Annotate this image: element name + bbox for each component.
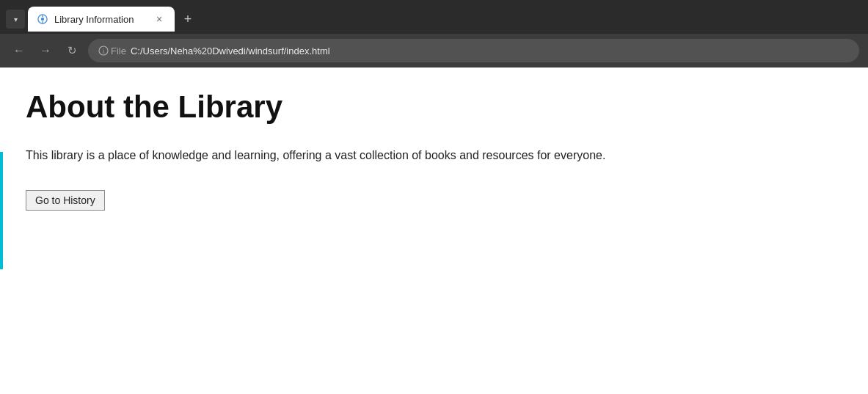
go-to-history-button[interactable]: Go to History xyxy=(26,190,105,211)
forward-button[interactable]: → xyxy=(35,40,56,61)
forward-icon: → xyxy=(40,44,51,57)
left-accent-bar xyxy=(0,152,3,269)
reload-icon: ↻ xyxy=(68,44,77,57)
tab-title: Library Information xyxy=(54,14,147,25)
back-button[interactable]: ← xyxy=(9,40,29,61)
page-description: This library is a place of knowledge and… xyxy=(26,147,842,164)
page-heading: About the Library xyxy=(26,90,842,125)
tab-dropdown-button[interactable]: ▾ xyxy=(6,10,25,29)
back-icon: ← xyxy=(13,44,25,57)
address-bar: ← → ↻ i File C:/Users/Neha%20Dwivedi/win… xyxy=(0,34,868,68)
tab-favicon xyxy=(37,13,48,25)
new-tab-icon: + xyxy=(184,12,192,27)
tab-close-button[interactable]: × xyxy=(153,12,166,26)
page-content: About the Library This library is a plac… xyxy=(0,68,868,394)
url-text: C:/Users/Neha%20Dwivedi/windsurf/index.h… xyxy=(131,45,330,56)
reload-button[interactable]: ↻ xyxy=(62,40,82,61)
browser-chrome: ▾ Library Information × + ← → xyxy=(0,0,868,394)
dropdown-icon: ▾ xyxy=(14,15,18,23)
active-tab[interactable]: Library Information × xyxy=(28,7,175,32)
tab-bar: ▾ Library Information × + xyxy=(0,0,868,34)
svg-text:i: i xyxy=(103,48,104,55)
svg-point-1 xyxy=(41,18,44,21)
info-icon: i File xyxy=(98,45,126,56)
url-bar[interactable]: i File C:/Users/Neha%20Dwivedi/windsurf/… xyxy=(88,39,859,62)
new-tab-button[interactable]: + xyxy=(178,9,198,29)
protocol-label: File xyxy=(111,45,126,56)
